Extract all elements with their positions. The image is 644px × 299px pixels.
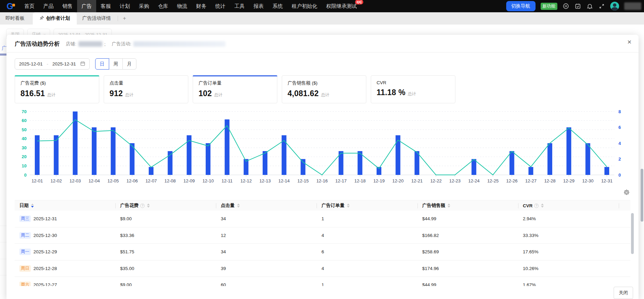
nav-item[interactable]: 首页 [20, 0, 39, 12]
nav-item[interactable]: 客服 [96, 0, 115, 12]
svg-text:20: 20 [22, 154, 27, 159]
card-ad-orders[interactable]: 广告订单量 102总计 [193, 75, 277, 103]
svg-text:12-10: 12-10 [202, 178, 214, 183]
card-clicks[interactable]: 点击量 912总计 [104, 75, 188, 103]
pause-circle-icon[interactable] [562, 3, 569, 10]
date-value: 2025-12-31 [33, 216, 57, 221]
card-suffix: 总计 [125, 92, 133, 98]
nav-item[interactable]: 物流 [173, 0, 192, 12]
svg-text:50: 50 [22, 127, 27, 132]
close-icon[interactable]: ✕ [627, 40, 632, 45]
table-row: 周一2025-12-29$51.75346$258.6917.65% [15, 244, 630, 260]
page-scrollbar-thumb[interactable] [641, 169, 643, 222]
campaign-trend-modal: 广告活动趋势分析 店铺: ; 广告活动: ✕ 2025-12-01 - 2025… [6, 35, 639, 299]
tab-label: 创作者计划 [46, 15, 70, 21]
svg-text:12-15: 12-15 [297, 178, 309, 183]
granularity-day-button[interactable]: 日 [95, 58, 109, 70]
table-cell [619, 244, 630, 260]
nav-item[interactable]: 租户初始化 [287, 0, 322, 12]
date-value: 2025-12-30 [33, 233, 57, 238]
svg-text:40: 40 [22, 136, 27, 141]
logo-accent [12, 4, 15, 6]
svg-text:12-03: 12-03 [70, 178, 81, 183]
notification-bell-icon[interactable] [586, 3, 593, 10]
table-cell: $166.82 [418, 227, 518, 244]
date-value: 2025-12-29 [33, 249, 57, 254]
clicks-value: 34 [221, 216, 226, 221]
fullscreen-expand-icon[interactable] [598, 3, 605, 10]
svg-text:12-27: 12-27 [525, 178, 537, 183]
table-scrollbar-thumb[interactable] [631, 213, 634, 254]
nav-item[interactable]: 工具 [230, 0, 249, 12]
table-cell: $33.36 [115, 227, 216, 244]
table-cell: 周日2025-12-28 [15, 260, 115, 277]
nav-item[interactable]: 仓库 [153, 0, 173, 12]
column-header-ad-orders[interactable]: 广告订单量 [317, 200, 417, 211]
sales-value: $258.69 [422, 249, 439, 254]
sort-icon [541, 204, 544, 208]
tab-campaign-details[interactable]: 广告活动详情 [77, 12, 116, 25]
svg-text:8: 8 [618, 109, 621, 114]
svg-text:6: 6 [618, 125, 621, 130]
table-cell: 4 [317, 227, 417, 244]
close-button[interactable]: 关闭 [614, 287, 633, 299]
user-avatar[interactable] [610, 2, 619, 11]
date-separator: - [47, 61, 48, 66]
column-header-date[interactable]: 日期 [15, 200, 115, 211]
column-header-ad-spend[interactable]: 广告花费 ? [115, 200, 216, 211]
trend-chart: 0102030405060700246812-0112-0212-0312-04… [6, 103, 639, 186]
nav-item[interactable]: 权限继承测试qxj [322, 0, 361, 12]
svg-text:12-18: 12-18 [354, 178, 366, 183]
granularity-month-button[interactable]: 月 [122, 58, 136, 70]
card-cvr[interactable]: CVR 11.18 %总计 [371, 75, 455, 103]
tab-realtime-dashboard[interactable]: 即时看板 [0, 12, 30, 25]
column-label: 广告销售额 [422, 203, 445, 209]
add-tab-button[interactable]: + [119, 12, 130, 25]
nav-item[interactable]: 采购 [134, 0, 153, 12]
granularity-week-button[interactable]: 周 [109, 58, 123, 70]
info-circle-icon[interactable]: ? [140, 204, 145, 208]
day-of-week-badge: 周三 [19, 215, 31, 222]
svg-text:12-08: 12-08 [164, 178, 176, 183]
tab-creator-plan[interactable]: 创作者计划 [33, 12, 77, 25]
orders-value: 4 [321, 266, 324, 271]
nav-item[interactable]: 产品 [39, 0, 58, 12]
card-ad-sales[interactable]: 广告销售额 ($) 4,081.62总计 [282, 75, 366, 103]
svg-text:0: 0 [618, 173, 621, 178]
gear-icon[interactable] [624, 189, 630, 195]
table-body: 周三2025-12-31$9.00341$44.992.94%周二2025-12… [15, 211, 630, 294]
table-cell: 6 [317, 244, 417, 260]
calendar-check-icon[interactable] [574, 3, 581, 10]
table-cell: 39 [216, 260, 317, 277]
card-ad-spend[interactable]: 广告花费 ($) 816.51总计 [15, 75, 99, 103]
nav-item[interactable]: 报表 [249, 0, 268, 12]
clicks-value: 39 [221, 266, 226, 271]
nav-item[interactable]: 销售 [58, 0, 77, 12]
new-feature-badge[interactable]: 新功能 [541, 3, 558, 10]
nav-item[interactable]: 统计 [211, 0, 230, 12]
table-cell: 17.65% [518, 244, 619, 260]
nav-item[interactable]: 财务 [192, 0, 211, 12]
date-range-picker[interactable]: 2025-12-01 - 2025-12-31 [15, 58, 90, 70]
nav-item[interactable]: 广告 [77, 0, 96, 12]
svg-text:12-17: 12-17 [335, 178, 347, 183]
username-redacted[interactable] [624, 2, 641, 10]
nav-item[interactable]: 计划 [115, 0, 134, 12]
svg-text:60: 60 [22, 118, 27, 123]
qxj-badge: qxj [355, 0, 363, 4]
svg-text:12-20: 12-20 [392, 178, 404, 183]
orders-value: 1 [321, 216, 324, 221]
table-cell: 周二2025-12-30 [15, 227, 115, 244]
column-header-clicks[interactable]: 点击量 [216, 200, 317, 211]
column-header-cvr[interactable]: CVR ? [518, 200, 619, 211]
sort-icon [347, 204, 350, 208]
svg-text:12-26: 12-26 [506, 178, 517, 183]
app-logo[interactable]: G [0, 2, 20, 11]
switch-navigation-button[interactable]: 切换导航 [506, 1, 536, 11]
table-cell: 1 [317, 211, 417, 227]
info-circle-icon[interactable]: ? [534, 204, 539, 208]
column-header-ad-sales[interactable]: 广告销售额 [418, 200, 518, 211]
sort-icon [147, 204, 150, 208]
daily-metrics-table: 日期 广告花费 ? 点击量 广告订单量 广告销售额 CVR [15, 200, 630, 294]
nav-item[interactable]: 系统 [268, 0, 287, 12]
